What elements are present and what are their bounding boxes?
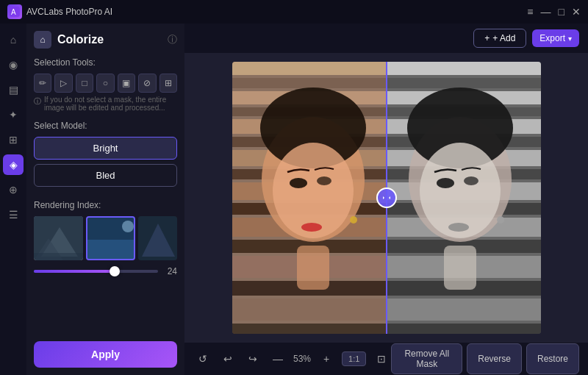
preview-extra[interactable] <box>138 216 177 260</box>
panel-home-icon[interactable]: ⌂ <box>34 31 51 49</box>
bottom-controls: ↺ ↩ ↪ — 53% + 1:1 ⊡ <box>193 349 391 368</box>
svg-rect-52 <box>387 299 541 321</box>
tool-select[interactable]: ▣ <box>118 74 135 93</box>
info-message: If you do not select a mask, the entire … <box>44 96 177 112</box>
panel-header: ⌂ Colorize ⓘ <box>34 31 177 49</box>
zoom-ratio-button[interactable]: 1:1 <box>342 351 366 366</box>
minimize-icon[interactable]: — <box>541 6 551 18</box>
select-model-label: Select Model: <box>34 121 177 131</box>
tools-row: ✏ ▷ □ ○ ▣ ⊘ ⊞ <box>34 74 177 93</box>
close-icon[interactable]: ✕ <box>572 6 581 18</box>
sidebar-item-add[interactable]: ⊕ <box>3 179 24 200</box>
restore-button[interactable]: Restore <box>526 343 579 374</box>
sidebar-item-colorize[interactable]: ◈ <box>3 154 24 175</box>
image-colorized <box>232 62 387 334</box>
svg-rect-7 <box>87 240 135 260</box>
svg-rect-28 <box>232 324 387 334</box>
undo-button[interactable]: ↩ <box>218 349 237 368</box>
menu-icon[interactable]: ≡ <box>527 6 533 18</box>
svg-point-33 <box>290 178 307 188</box>
preview-blue[interactable] <box>86 216 135 260</box>
add-button[interactable]: + + Add <box>473 29 526 48</box>
svg-text:A: A <box>11 8 16 16</box>
svg-rect-39 <box>387 78 541 88</box>
bottom-bar: ↺ ↩ ↪ — 53% + 1:1 ⊡ Remove All Mask Reve… <box>184 343 588 375</box>
fit-screen-button[interactable]: ⊡ <box>372 349 391 368</box>
canvas-toolbar: + + Add Export ▾ <box>184 24 588 53</box>
slider-fill <box>34 270 115 273</box>
image-grayscale <box>387 62 541 334</box>
svg-rect-14 <box>232 78 387 88</box>
panel-info-icon[interactable]: ⓘ <box>168 33 177 46</box>
preview-mountain[interactable] <box>34 216 83 260</box>
tool-arrow[interactable]: ▷ <box>54 74 72 93</box>
svg-point-57 <box>448 223 469 232</box>
svg-rect-38 <box>387 62 541 75</box>
export-label: Export <box>539 33 565 43</box>
sidebar-item-layers[interactable]: ▤ <box>3 79 24 100</box>
redo-button[interactable]: ↪ <box>243 349 262 368</box>
selection-tools-section: Selection Tools: ✏ ▷ □ ○ ▣ ⊘ ⊞ ⓘ If you … <box>34 57 177 112</box>
export-button[interactable]: Export ▾ <box>532 29 579 47</box>
svg-point-59 <box>464 176 478 185</box>
title-bar: A AVCLabs PhotoPro AI ≡ — □ ✕ <box>0 0 588 24</box>
add-icon: + <box>484 33 490 43</box>
split-handle[interactable] <box>376 188 397 208</box>
sidebar-item-enhance[interactable]: ◉ <box>3 54 24 75</box>
slider-value: 24 <box>162 266 177 276</box>
svg-point-8 <box>122 221 134 232</box>
add-label: + Add <box>492 33 515 43</box>
zoom-in-button[interactable]: + <box>317 349 336 368</box>
tool-remove[interactable]: ⊘ <box>138 74 156 93</box>
sidebar-item-tools[interactable]: ⊞ <box>3 129 24 150</box>
svg-point-61 <box>497 216 504 224</box>
apply-button[interactable]: Apply <box>34 341 177 368</box>
app-name: AVCLabs PhotoPro AI <box>26 7 112 17</box>
svg-rect-35 <box>297 246 329 290</box>
sidebar-item-effects[interactable]: ✦ <box>3 104 24 125</box>
slider-thumb[interactable] <box>110 266 120 276</box>
svg-point-58 <box>437 178 454 188</box>
model-bright-button[interactable]: Bright <box>34 137 177 160</box>
maximize-icon[interactable]: □ <box>559 6 564 18</box>
select-model-section: Select Model: Bright Bled <box>34 121 177 191</box>
canvas-viewport[interactable] <box>184 53 588 343</box>
split-image-container <box>232 62 541 334</box>
app-icon: A <box>7 4 22 19</box>
icon-sidebar: ⌂ ◉ ▤ ✦ ⊞ ◈ ⊕ ☰ <box>0 24 26 375</box>
zoom-percent: 53% <box>293 354 311 364</box>
window-controls[interactable]: ≡ — □ ✕ <box>527 6 581 18</box>
remove-all-mask-button[interactable]: Remove All Mask <box>391 343 462 374</box>
svg-rect-53 <box>387 324 541 334</box>
rendering-section: Rendering Index: <box>34 200 177 276</box>
tool-rect[interactable]: □ <box>76 74 93 93</box>
svg-point-32 <box>301 223 322 232</box>
selection-info: ⓘ If you do not select a mask, the entir… <box>34 96 177 112</box>
rendering-slider-track[interactable] <box>34 270 158 273</box>
rendering-preview <box>34 216 177 260</box>
info-icon: ⓘ <box>34 96 41 107</box>
tool-grid[interactable]: ⊞ <box>159 74 177 93</box>
svg-point-36 <box>350 216 357 224</box>
model-bled-button[interactable]: Bled <box>34 164 177 187</box>
panel-title: Colorize <box>57 33 104 46</box>
svg-rect-60 <box>444 246 476 290</box>
refresh-button[interactable]: ↺ <box>193 349 212 368</box>
tool-circle[interactable]: ○ <box>96 74 114 93</box>
reverse-button[interactable]: Reverse <box>467 343 522 374</box>
svg-rect-27 <box>232 299 387 321</box>
export-chevron: ▾ <box>568 35 572 43</box>
left-panel: ⌂ Colorize ⓘ Selection Tools: ✏ ▷ □ ○ ▣ … <box>26 24 184 375</box>
tool-pen[interactable]: ✏ <box>34 74 51 93</box>
svg-rect-13 <box>232 62 387 75</box>
slider-row: 24 <box>34 266 177 276</box>
sidebar-item-home[interactable]: ⌂ <box>3 29 24 50</box>
selection-tools-label: Selection Tools: <box>34 57 177 68</box>
canvas-area: + + Add Export ▾ <box>184 24 588 375</box>
bottom-right-buttons: Remove All Mask Reverse Restore <box>391 343 579 374</box>
zoom-out-button[interactable]: — <box>268 349 287 368</box>
svg-point-34 <box>317 176 331 185</box>
app-logo: A AVCLabs PhotoPro AI <box>7 4 527 19</box>
sidebar-item-settings[interactable]: ☰ <box>3 204 24 225</box>
svg-rect-5 <box>34 253 83 260</box>
